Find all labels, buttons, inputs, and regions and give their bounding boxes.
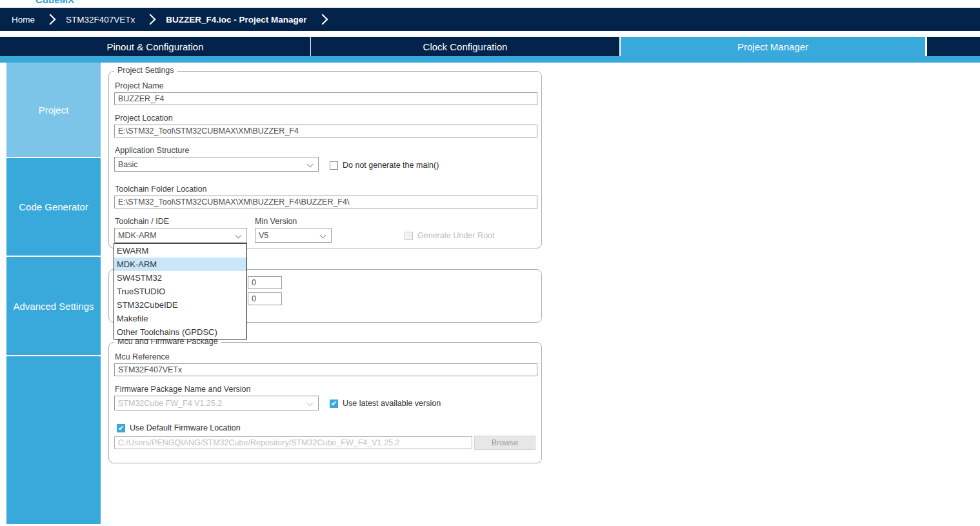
min-version-select[interactable]: V5 xyxy=(255,228,332,243)
minimum-stack-size-field[interactable]: 0 xyxy=(248,292,282,305)
use-latest-version-checkbox[interactable] xyxy=(330,400,338,408)
breadcrumb-project[interactable]: BUZZER_F4.ioc - Project Manager xyxy=(166,15,306,25)
tab-project-manager[interactable]: Project Manager xyxy=(621,37,925,56)
use-latest-version-label: Use latest available version xyxy=(343,399,441,408)
cubemx-window: CubeMX Home STM32F407VETx BUZZER_F4.ioc … xyxy=(0,0,980,526)
chevron-right-icon xyxy=(45,14,56,25)
use-default-firmware-location-checkbox[interactable] xyxy=(117,424,125,432)
chevron-down-icon xyxy=(307,400,314,407)
application-structure-select[interactable]: Basic xyxy=(114,157,319,172)
breadcrumb: Home STM32F407VETx BUZZER_F4.ioc - Proje… xyxy=(0,8,980,31)
active-tab-underline xyxy=(0,56,980,63)
firmware-package-select: STM32Cube FW_F4 V1.25.2 xyxy=(114,396,319,410)
do-not-generate-main-checkbox[interactable] xyxy=(330,161,338,170)
dropdown-option-sw4stm32[interactable]: SW4STM32 xyxy=(114,271,246,285)
generate-under-root-checkbox xyxy=(405,232,413,240)
project-name-field[interactable]: BUZZER_F4 xyxy=(114,92,537,105)
dropdown-option-other-toolchains[interactable]: Other Toolchains (GPDSC) xyxy=(114,325,246,339)
use-default-firmware-location-label: Use Default Firmware Location xyxy=(130,423,241,432)
toolchain-ide-label: Toolchain / IDE xyxy=(115,217,169,226)
generate-under-root-checkbox-row: Generate Under Root xyxy=(405,231,495,240)
min-version-value: V5 xyxy=(259,231,268,240)
do-not-generate-main-label: Do not generate the main() xyxy=(343,161,439,170)
chevron-down-icon xyxy=(307,161,314,168)
tabbar-right-filler xyxy=(927,37,980,56)
dropdown-option-makefile[interactable]: Makefile xyxy=(114,312,246,325)
firmware-package-label: Firmware Package Name and Version xyxy=(115,385,251,394)
sidebar-item-code-generator[interactable]: Code Generator xyxy=(6,158,101,256)
dropdown-option-truestudio[interactable]: TrueSTUDIO xyxy=(114,285,246,298)
sidebar-filler xyxy=(6,356,101,524)
chevron-down-icon xyxy=(235,232,242,239)
firmware-package-value: STM32Cube FW_F4 V1.25.2 xyxy=(118,399,222,408)
min-version-label: Min Version xyxy=(255,217,297,226)
use-latest-version-checkbox-row[interactable]: Use latest available version xyxy=(330,399,441,408)
mcu-firmware-groupbox: Mcu and Firmware Package Mcu Reference S… xyxy=(108,342,542,463)
project-settings-legend: Project Settings xyxy=(114,66,177,75)
application-structure-label: Application Structure xyxy=(115,146,189,155)
chevron-right-icon xyxy=(317,14,328,25)
chevron-down-icon xyxy=(320,232,326,239)
toolchain-folder-location-label: Toolchain Folder Location xyxy=(115,185,206,194)
toolchain-ide-select[interactable]: MDK-ARM xyxy=(114,228,247,243)
mcu-reference-field[interactable]: STM32F407VETx xyxy=(114,363,537,376)
use-default-firmware-location-checkbox-row[interactable]: Use Default Firmware Location xyxy=(117,423,241,432)
breadcrumb-mcu[interactable]: STM32F407VETx xyxy=(66,15,135,25)
toolchain-folder-location-field[interactable]: E:\STM32_Tool\STM32CUBMAX\XM\BUZZER_F4\B… xyxy=(114,196,537,208)
project-settings-groupbox: Project Settings Project Name BUZZER_F4 … xyxy=(108,71,542,248)
project-location-label: Project Location xyxy=(115,114,173,123)
project-location-field[interactable]: E:\STM32_Tool\STM32CUBMAX\XM\BUZZER_F4 xyxy=(114,125,537,137)
tab-clock-configuration[interactable]: Clock Configuration xyxy=(311,37,619,56)
sidebar-item-project[interactable]: Project xyxy=(6,63,101,157)
minimum-heap-size-field[interactable]: 0 xyxy=(248,276,282,289)
generate-under-root-label: Generate Under Root xyxy=(417,231,495,240)
toolchain-ide-dropdown-list: EWARM MDK-ARM SW4STM32 TrueSTUDIO STM32C… xyxy=(114,243,247,339)
app-logo-strip: CubeMX xyxy=(0,0,980,8)
chevron-right-icon xyxy=(145,14,156,25)
dropdown-option-stm32cubeide[interactable]: STM32CubeIDE xyxy=(114,298,246,312)
sidebar-item-advanced-settings[interactable]: Advanced Settings xyxy=(6,257,101,355)
project-name-label: Project Name xyxy=(115,81,164,90)
firmware-location-field: C:/Users/PENGQIANG/STM32Cube/Repository/… xyxy=(114,436,472,449)
dropdown-option-mdk-arm[interactable]: MDK-ARM xyxy=(114,258,246,271)
tab-pinout-configuration[interactable]: Pinout & Configuration xyxy=(0,37,310,56)
cubemx-logo: CubeMX xyxy=(35,0,74,5)
application-structure-value: Basic xyxy=(118,160,138,169)
do-not-generate-main-checkbox-row[interactable]: Do not generate the main() xyxy=(330,161,439,170)
toolchain-ide-value: MDK-ARM xyxy=(118,231,157,240)
dropdown-option-ewarm[interactable]: EWARM xyxy=(114,244,246,258)
main-tabbar: Pinout & Configuration Clock Configurati… xyxy=(0,37,980,56)
breadcrumb-home[interactable]: Home xyxy=(12,15,35,25)
browse-button: Browse xyxy=(474,436,535,450)
mcu-reference-label: Mcu Reference xyxy=(115,352,170,361)
